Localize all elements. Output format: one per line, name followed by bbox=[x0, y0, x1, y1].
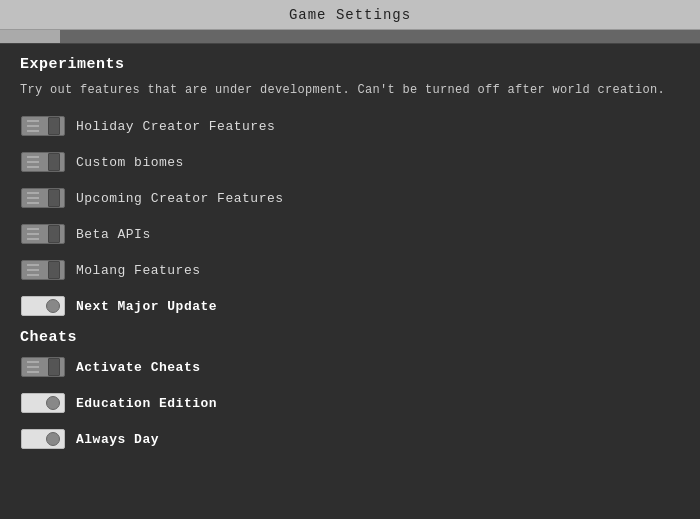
list-item: Holiday Creator Features bbox=[20, 113, 680, 139]
list-item: Education Edition bbox=[20, 390, 680, 416]
list-item: Beta APIs bbox=[20, 221, 680, 247]
list-item: Activate Cheats bbox=[20, 354, 680, 380]
toggle-molang[interactable] bbox=[20, 259, 66, 281]
experiments-description: Try out features that are under developm… bbox=[20, 81, 680, 99]
list-item: Custom biomes bbox=[20, 149, 680, 175]
list-item: Always Day bbox=[20, 426, 680, 452]
cheats-title: Cheats bbox=[20, 329, 680, 346]
holiday-label: Holiday Creator Features bbox=[76, 119, 275, 134]
toggle-activate-cheats[interactable] bbox=[20, 356, 66, 378]
scrollbar-track bbox=[0, 30, 700, 43]
cheats-section: Cheats Activate Cheats Education Edition bbox=[20, 329, 680, 452]
toggle-always-day[interactable] bbox=[20, 428, 66, 450]
education-label: Education Edition bbox=[76, 396, 217, 411]
toggle-biomes[interactable] bbox=[20, 151, 66, 173]
molang-label: Molang Features bbox=[76, 263, 201, 278]
activate-cheats-label: Activate Cheats bbox=[76, 360, 201, 375]
toggle-holiday[interactable] bbox=[20, 115, 66, 137]
scrollbar-area[interactable] bbox=[0, 30, 700, 44]
scrollbar-thumb[interactable] bbox=[0, 30, 60, 43]
toggle-beta[interactable] bbox=[20, 223, 66, 245]
title-bar: Game Settings bbox=[0, 0, 700, 30]
list-item: Upcoming Creator Features bbox=[20, 185, 680, 211]
title-bar-text: Game Settings bbox=[289, 7, 411, 23]
biomes-label: Custom biomes bbox=[76, 155, 184, 170]
toggle-upcoming[interactable] bbox=[20, 187, 66, 209]
content-area: Experiments Try out features that are un… bbox=[0, 44, 700, 519]
next-update-label: Next Major Update bbox=[76, 299, 217, 314]
beta-label: Beta APIs bbox=[76, 227, 151, 242]
upcoming-label: Upcoming Creator Features bbox=[76, 191, 284, 206]
list-item: Next Major Update bbox=[20, 293, 680, 319]
list-item: Molang Features bbox=[20, 257, 680, 283]
always-day-label: Always Day bbox=[76, 432, 159, 447]
toggle-next-update[interactable] bbox=[20, 295, 66, 317]
experiments-title: Experiments bbox=[20, 56, 680, 73]
toggle-education[interactable] bbox=[20, 392, 66, 414]
experiments-section: Experiments Try out features that are un… bbox=[20, 56, 680, 319]
